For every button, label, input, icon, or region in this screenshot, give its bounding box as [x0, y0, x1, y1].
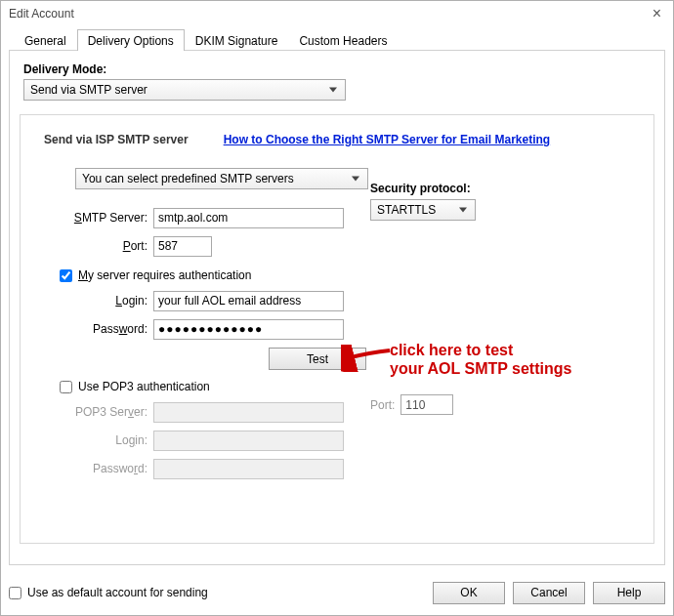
auth-required-row: My server requires authentication [60, 268, 636, 282]
use-pop3-row: Use POP3 authentication [60, 380, 636, 393]
smtp-group: Send via ISP SMTP server How to Choose t… [20, 114, 654, 544]
content-area: General Delivery Options DKIM Signature … [9, 28, 665, 572]
tab-delivery-options[interactable]: Delivery Options [77, 29, 185, 51]
smtp-header-row: Send via ISP SMTP server How to Choose t… [44, 133, 636, 146]
predefined-smtp-select[interactable]: You can select predefined SMTP servers [75, 168, 368, 189]
pop3-port-group: Port: [370, 394, 453, 415]
pop3-server-label: POP3 Server: [44, 405, 153, 419]
predefined-smtp-selected: You can select predefined SMTP servers [82, 172, 294, 185]
smtp-server-label: SMTP Server: [44, 211, 153, 225]
ok-button[interactable]: OK [433, 582, 505, 604]
auth-required-checkbox[interactable] [60, 269, 72, 282]
smtp-port-label: Port: [44, 239, 153, 253]
smtp-password-input[interactable] [153, 319, 344, 340]
delivery-mode-selected: Send via SMTP server [30, 83, 147, 97]
titlebar: Edit Account × [1, 1, 673, 26]
security-protocol-selected: STARTTLS [377, 203, 436, 217]
delivery-mode-label: Delivery Mode: [23, 62, 654, 76]
default-account-checkbox[interactable] [9, 587, 21, 599]
pop3-fields: POP3 Server: Login: Password: [44, 399, 636, 481]
smtp-login-label: Login: [44, 294, 153, 308]
close-icon[interactable]: × [647, 5, 667, 22]
pop3-login-label: Login: [44, 433, 153, 447]
tab-dkim-signature[interactable]: DKIM Signature [185, 29, 289, 51]
auth-required-label[interactable]: My server requires authentication [78, 268, 251, 282]
smtp-port-input[interactable] [153, 236, 212, 257]
test-button[interactable]: Test [269, 348, 366, 370]
pop3-server-input [153, 402, 344, 423]
delivery-mode-select[interactable]: Send via SMTP server [23, 79, 346, 101]
tab-general[interactable]: General [14, 29, 77, 51]
pop3-password-input [153, 459, 344, 479]
window-title: Edit Account [9, 7, 74, 21]
smtp-help-link[interactable]: How to Choose the Right SMTP Server for … [224, 133, 551, 146]
smtp-password-label: Password: [44, 322, 153, 336]
footer-left: Use as default account for sending [9, 586, 208, 599]
pop3-port-label: Port: [370, 398, 395, 412]
use-pop3-checkbox[interactable] [60, 381, 72, 393]
help-button[interactable]: Help [593, 582, 665, 604]
smtp-section-title: Send via ISP SMTP server [44, 133, 189, 146]
tab-panel: Delivery Mode: Send via SMTP server Send… [9, 50, 665, 565]
test-button-row: Test [269, 348, 636, 370]
footer-buttons: OK Cancel Help [433, 582, 665, 604]
dialog-footer: Use as default account for sending OK Ca… [9, 578, 665, 607]
security-protocol-label: Security protocol: [370, 182, 476, 195]
tabs: General Delivery Options DKIM Signature … [14, 28, 665, 50]
smtp-server-input[interactable] [153, 208, 344, 228]
pop3-password-label: Password: [44, 462, 153, 475]
use-pop3-label[interactable]: Use POP3 authentication [78, 380, 210, 393]
pop3-login-input [153, 431, 344, 451]
tab-custom-headers[interactable]: Custom Headers [288, 29, 398, 51]
smtp-login-input[interactable] [153, 291, 344, 311]
security-protocol-group: Security protocol: STARTTLS [370, 182, 476, 221]
default-account-label[interactable]: Use as default account for sending [27, 586, 208, 599]
edit-account-window: Edit Account × General Delivery Options … [0, 0, 674, 616]
cancel-button[interactable]: Cancel [513, 582, 585, 604]
pop3-port-input [400, 394, 453, 415]
security-protocol-select[interactable]: STARTTLS [370, 199, 476, 221]
